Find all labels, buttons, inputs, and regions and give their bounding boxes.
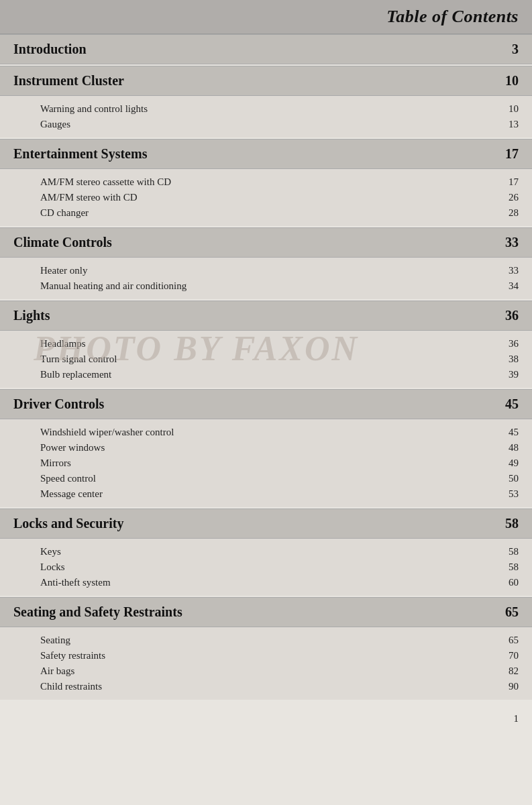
section-row-3: Lights36 (0, 301, 532, 331)
entry-label-6-1: Safety restraints (40, 650, 105, 661)
footer-page-number: 1 (514, 713, 519, 724)
entry-page-4-1: 48 (498, 442, 519, 453)
entry-label-3-0: Headlamps (40, 338, 85, 350)
entry-label-2-0: Heater only (40, 265, 87, 276)
entry-page-5-1: 58 (498, 561, 519, 573)
section-page-1: 17 (505, 146, 519, 162)
entries-block-2: Heater only33Manual heating and air cond… (0, 258, 532, 299)
entry-page-3-2: 39 (498, 369, 519, 380)
entry-page-4-3: 50 (498, 473, 519, 484)
intro-page: 3 (512, 42, 519, 57)
entries-block-6: Seating65Safety restraints70Air bags82Ch… (0, 627, 532, 700)
list-item: Air bags82 (40, 663, 519, 679)
list-item: Anti-theft system60 (40, 575, 519, 590)
entry-page-3-0: 36 (498, 338, 519, 350)
list-item: Child restraints90 (40, 679, 519, 694)
section-title-0: Instrument Cluster (13, 73, 124, 89)
section-title-5: Locks and Security (13, 516, 123, 531)
entry-page-5-0: 58 (498, 546, 519, 557)
entries-block-0: Warning and control lights10Gauges13 (0, 96, 532, 138)
section-title-2: Climate Controls (13, 235, 112, 250)
list-item: Message center53 (40, 486, 519, 502)
section-row-6: Seating and Safety Restraints65 (0, 597, 532, 627)
entry-label-4-3: Speed control (40, 473, 96, 484)
entries-block-1: AM/FM stereo cassette with CD17AM/FM ste… (0, 169, 532, 226)
list-item: Seating65 (40, 633, 519, 648)
entries-block-5: Keys58Locks58Anti-theft system60 (0, 539, 532, 596)
entry-page-0-0: 10 (498, 103, 519, 115)
list-item: Keys58 (40, 544, 519, 559)
intro-section-row: Introduction 3 (0, 34, 532, 64)
list-item: AM/FM stereo with CD26 (40, 190, 519, 205)
section-page-3: 36 (505, 308, 519, 323)
footer: 1 (0, 706, 532, 731)
entry-label-4-0: Windshield wiper/washer control (40, 427, 174, 438)
section-page-4: 45 (505, 396, 519, 412)
entries-block-3: Headlamps36Turn signal control38Bulb rep… (0, 331, 532, 388)
entry-page-2-1: 34 (498, 280, 519, 292)
entry-page-1-0: 17 (498, 176, 519, 188)
list-item: Power windows48 (40, 440, 519, 455)
section-page-2: 33 (505, 235, 519, 250)
page-title: Table of Contents (386, 7, 519, 27)
page: Table of Contents Introduction 3 Instrum… (0, 0, 532, 805)
list-item: Turn signal control38 (40, 352, 519, 367)
entry-label-2-1: Manual heating and air conditioning (40, 280, 187, 292)
entry-label-1-0: AM/FM stereo cassette with CD (40, 176, 171, 188)
entry-label-4-4: Message center (40, 488, 103, 500)
section-title-1: Entertainment Systems (13, 146, 147, 162)
entry-label-0-1: Gauges (40, 119, 70, 130)
list-item: Mirrors49 (40, 455, 519, 471)
entry-page-6-1: 70 (498, 650, 519, 661)
section-row-4: Driver Controls45 (0, 389, 532, 419)
section-page-6: 65 (505, 604, 519, 620)
list-item: Bulb replacement39 (40, 367, 519, 382)
entry-label-1-2: CD changer (40, 207, 89, 219)
section-row-5: Locks and Security58 (0, 508, 532, 539)
section-row-0: Instrument Cluster10 (0, 66, 532, 96)
section-page-0: 10 (505, 73, 519, 89)
entry-page-2-0: 33 (498, 265, 519, 276)
entry-page-1-1: 26 (498, 192, 519, 203)
entry-label-5-2: Anti-theft system (40, 577, 111, 588)
list-item: Manual heating and air conditioning34 (40, 278, 519, 294)
list-item: Windshield wiper/washer control45 (40, 425, 519, 440)
entry-page-5-2: 60 (498, 577, 519, 588)
intro-label: Introduction (13, 42, 87, 57)
entry-page-4-2: 49 (498, 458, 519, 469)
entry-label-6-2: Air bags (40, 665, 74, 677)
entry-page-0-1: 13 (498, 119, 519, 130)
list-item: Locks58 (40, 559, 519, 575)
entry-label-6-3: Child restraints (40, 681, 102, 692)
entry-label-5-0: Keys (40, 546, 61, 557)
list-item: Heater only33 (40, 263, 519, 278)
list-item: Speed control50 (40, 471, 519, 486)
list-item: Headlamps36 (40, 336, 519, 352)
entry-page-3-1: 38 (498, 354, 519, 365)
entry-page-6-3: 90 (498, 681, 519, 692)
entry-label-3-2: Bulb replacement (40, 369, 111, 380)
entry-label-1-1: AM/FM stereo with CD (40, 192, 138, 203)
section-title-4: Driver Controls (13, 396, 104, 412)
sections-container: Instrument Cluster10Warning and control … (0, 66, 532, 700)
entry-label-6-0: Seating (40, 635, 70, 646)
list-item: Warning and control lights10 (40, 101, 519, 117)
entry-label-3-1: Turn signal control (40, 354, 117, 365)
entry-label-4-1: Power windows (40, 442, 105, 453)
header-row: Table of Contents (0, 0, 532, 34)
entry-page-1-2: 28 (498, 207, 519, 219)
section-row-1: Entertainment Systems17 (0, 139, 532, 169)
entry-page-6-2: 82 (498, 665, 519, 677)
list-item: Gauges13 (40, 117, 519, 132)
section-row-2: Climate Controls33 (0, 227, 532, 258)
entry-label-0-0: Warning and control lights (40, 103, 148, 115)
list-item: CD changer28 (40, 205, 519, 221)
entries-block-4: Windshield wiper/washer control45Power w… (0, 419, 532, 507)
list-item: Safety restraints70 (40, 648, 519, 663)
entry-page-6-0: 65 (498, 635, 519, 646)
entry-label-5-1: Locks (40, 561, 65, 573)
list-item: AM/FM stereo cassette with CD17 (40, 174, 519, 190)
section-title-6: Seating and Safety Restraints (13, 604, 182, 620)
entry-page-4-0: 45 (498, 427, 519, 438)
entry-page-4-4: 53 (498, 488, 519, 500)
